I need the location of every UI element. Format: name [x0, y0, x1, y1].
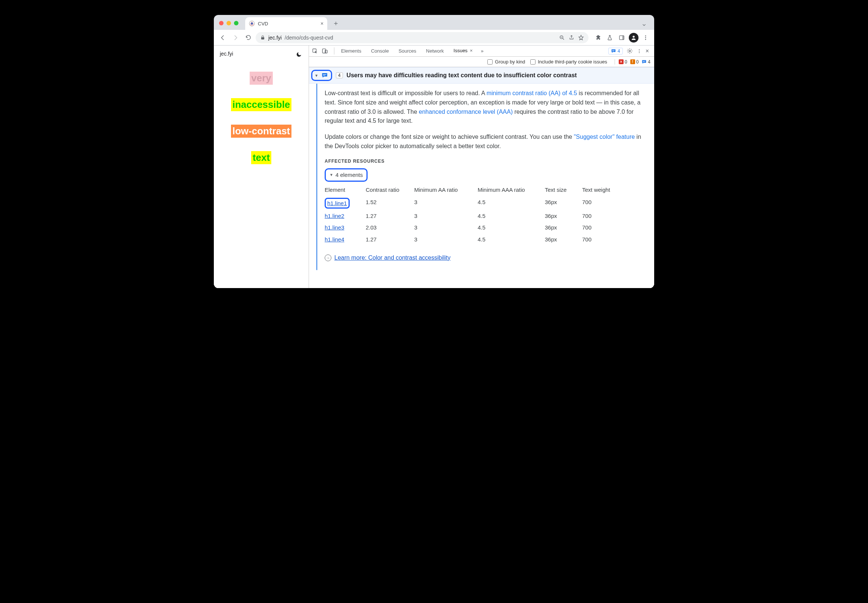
issue-body: Low-contrast text is difficult or imposs…	[309, 83, 654, 270]
settings-icon[interactable]	[627, 48, 633, 54]
table-row: h1.line1 1.52 3 4.5 36px 700	[325, 196, 647, 210]
issue-expand-highlight: ▼	[311, 70, 332, 81]
link-min-contrast[interactable]: minimum contrast ratio (AA) of 4.5	[487, 90, 577, 96]
element-link[interactable]: h1.line1	[327, 200, 347, 206]
external-link-icon: →	[325, 255, 331, 261]
address-bar[interactable]: jec.fyi/demo/cds-quest-cvd	[255, 32, 588, 43]
devtools-tabs: Elements Console Sources Network Issues …	[309, 45, 654, 57]
demo-line-2: inaccessible	[231, 98, 292, 111]
devtools-menu-icon[interactable]	[637, 48, 642, 54]
zoom-icon[interactable]	[559, 35, 565, 41]
issue-header[interactable]: ▼ 4 Users may have difficulties reading …	[309, 67, 654, 83]
link-enhanced-aaa[interactable]: enhanced conformance level (AAA)	[419, 108, 513, 115]
affected-elements-table: Element Contrast ratio Minimum AA ratio …	[325, 186, 647, 245]
forward-button[interactable]	[230, 32, 241, 43]
share-icon[interactable]	[569, 35, 574, 40]
group-checkbox-input[interactable]	[487, 59, 493, 65]
tab-console[interactable]: Console	[367, 45, 393, 56]
warning-count[interactable]: !0	[630, 59, 639, 65]
issue-kind-icon	[321, 72, 328, 79]
theme-toggle-icon[interactable]	[294, 50, 303, 59]
element-link[interactable]: h1.line2	[325, 213, 344, 219]
learn-more-row: → Learn more: Color and contrast accessi…	[325, 254, 647, 263]
browser-window: CVD × ＋ jec.fyi/demo/cds-quest-cvd	[214, 15, 654, 288]
demo-line-3: low-contrast	[231, 125, 292, 138]
toolbar-icons	[591, 33, 650, 43]
col-element: Element	[325, 186, 366, 194]
lock-icon	[260, 35, 265, 40]
element-link[interactable]: h1.line3	[325, 224, 344, 230]
table-row: h1.line2 1.27 3 4.5 36px 700	[325, 210, 647, 222]
browser-toolbar: jec.fyi/demo/cds-quest-cvd	[214, 30, 654, 45]
demo-line-1: very	[250, 72, 273, 85]
svg-point-9	[645, 39, 646, 40]
learn-more-link[interactable]: Learn more: Color and contrast accessibi…	[334, 254, 450, 263]
table-row: h1.line4 1.27 3 4.5 36px 700	[325, 233, 647, 245]
table-header: Element Contrast ratio Minimum AA ratio …	[325, 186, 647, 194]
tab-issues[interactable]: Issues ×	[449, 45, 477, 56]
window-minimize-icon[interactable]	[226, 21, 231, 25]
error-icon: ×	[619, 59, 624, 64]
svg-point-8	[645, 37, 646, 38]
browser-menu-icon[interactable]	[641, 33, 650, 43]
tab-network[interactable]: Network	[422, 45, 449, 56]
issues-count-badge[interactable]: 4	[608, 48, 623, 54]
device-toggle-icon[interactable]	[322, 48, 328, 54]
url-host: jec.fyi	[268, 35, 282, 41]
new-tab-button[interactable]: ＋	[330, 19, 342, 28]
message-icon	[611, 48, 616, 54]
svg-point-18	[639, 52, 640, 53]
info-count[interactable]: 4	[642, 59, 650, 65]
window-close-icon[interactable]	[219, 21, 224, 25]
window-maximize-icon[interactable]	[234, 21, 238, 25]
include-third-party-checkbox[interactable]: Include third-party cookie issues	[530, 59, 607, 65]
profile-avatar[interactable]	[629, 33, 639, 43]
tab-sources[interactable]: Sources	[394, 45, 421, 56]
demo-lines: very inaccessible low-contrast text	[220, 72, 303, 164]
svg-point-16	[639, 49, 640, 49]
svg-point-15	[629, 50, 630, 51]
issue-paragraph-1: Low-contrast text is difficult or imposs…	[325, 89, 647, 126]
affected-resources-heading: AFFECTED RESOURCES	[325, 158, 647, 165]
include-checkbox-input[interactable]	[530, 59, 535, 65]
tabs-overflow-icon[interactable]: »	[478, 45, 486, 56]
issue-counts: ×0 !0 4	[614, 59, 650, 65]
svg-rect-5	[622, 36, 624, 40]
issue-title: Users may have difficulties reading text…	[347, 72, 577, 79]
link-suggest-color[interactable]: "Suggest color" feature	[574, 134, 635, 140]
inspect-icon[interactable]	[312, 48, 318, 54]
disclosure-triangle-icon[interactable]: ▼	[330, 172, 333, 178]
tab-strip: CVD × ＋	[214, 15, 654, 30]
devtools-panel: Elements Console Sources Network Issues …	[309, 45, 654, 288]
devtools-close-icon[interactable]: ×	[645, 48, 649, 54]
col-contrast: Contrast ratio	[366, 186, 414, 194]
bookmark-icon[interactable]	[578, 35, 584, 41]
tab-title: CVD	[258, 21, 268, 26]
reload-button[interactable]	[243, 32, 254, 43]
element-link[interactable]: h1.line4	[325, 236, 344, 243]
browser-tab[interactable]: CVD ×	[245, 17, 327, 30]
omnibox-actions	[559, 35, 584, 41]
group-by-kind-checkbox[interactable]: Group by kind	[487, 59, 525, 65]
back-button[interactable]	[218, 32, 228, 43]
svg-point-7	[645, 36, 646, 37]
svg-rect-14	[612, 51, 614, 51]
tab-close-icon[interactable]: ×	[320, 20, 323, 26]
message-icon	[642, 59, 647, 65]
svg-point-6	[633, 36, 634, 37]
svg-rect-22	[323, 75, 325, 76]
tab-overflow-icon[interactable]	[638, 22, 650, 28]
sidepanel-icon[interactable]	[617, 33, 627, 43]
tab-elements[interactable]: Elements	[337, 45, 366, 56]
error-count[interactable]: ×0	[619, 59, 627, 65]
disclosure-triangle-icon[interactable]: ▼	[314, 74, 318, 77]
tab-close-icon[interactable]: ×	[470, 48, 473, 53]
labs-icon[interactable]	[605, 33, 614, 43]
svg-rect-13	[612, 50, 614, 50]
extensions-icon[interactable]	[593, 33, 603, 43]
issue-rail	[309, 83, 325, 270]
svg-point-17	[639, 50, 640, 51]
elements-toggle-highlight[interactable]: ▼ 4 elements	[325, 168, 368, 181]
col-size: Text size	[545, 186, 582, 194]
url-path: /demo/cds-quest-cvd	[285, 35, 333, 41]
